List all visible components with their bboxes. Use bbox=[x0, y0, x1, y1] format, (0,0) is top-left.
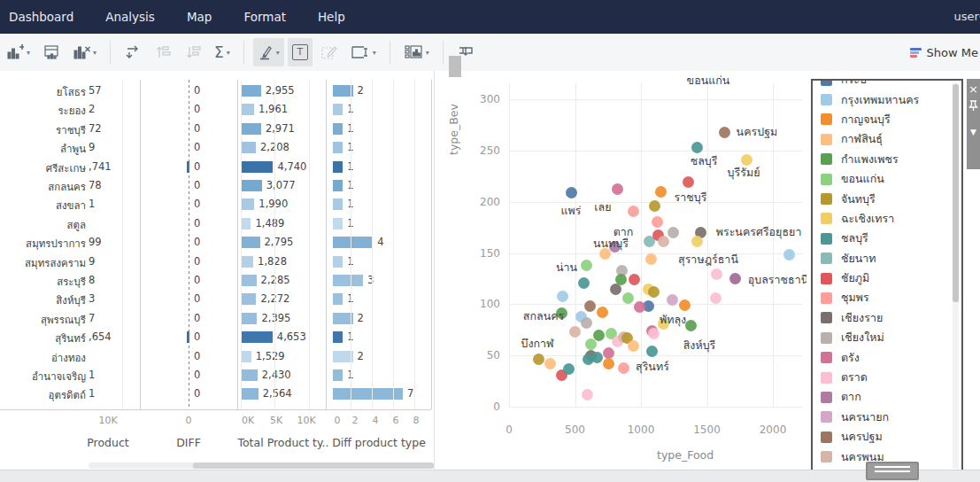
scatter-point[interactable] bbox=[649, 200, 660, 212]
legend-item[interactable]: ชัยภูมิ bbox=[813, 268, 961, 288]
scatter-point[interactable] bbox=[634, 301, 645, 313]
diff-type-bar[interactable] bbox=[333, 198, 343, 210]
table-row[interactable]: สิงห์บุรี302,2721 bbox=[0, 290, 434, 308]
scatter-point[interactable] bbox=[557, 291, 568, 302]
total-product-bar[interactable] bbox=[241, 85, 261, 97]
sort-descending-button[interactable] bbox=[180, 38, 206, 66]
total-product-bar[interactable] bbox=[241, 331, 273, 343]
scatter-point[interactable] bbox=[610, 284, 621, 295]
legend-item[interactable]: กาญจนบุรี bbox=[813, 110, 961, 129]
legend-item[interactable]: กำแพงเพชร bbox=[813, 150, 961, 169]
scatter-point[interactable] bbox=[612, 183, 623, 195]
new-worksheet-button[interactable]: ▾ bbox=[2, 38, 35, 66]
total-product-bar[interactable] bbox=[241, 198, 254, 210]
diff-type-bar[interactable] bbox=[333, 218, 343, 229]
table-row[interactable]: สงขลา101,9901 bbox=[0, 195, 434, 214]
diff-type-bar[interactable] bbox=[333, 237, 373, 248]
scatter-point[interactable] bbox=[683, 176, 694, 188]
menu-dashboard[interactable]: Dashboard bbox=[0, 0, 89, 34]
legend-item[interactable]: นครปฐม bbox=[813, 427, 961, 447]
legend-item[interactable]: ขอนแก่น bbox=[813, 169, 961, 189]
diff-type-bar[interactable] bbox=[333, 142, 343, 153]
menu-map[interactable]: Map bbox=[171, 0, 228, 34]
scatter-point[interactable] bbox=[729, 273, 741, 284]
scatter-point[interactable] bbox=[652, 216, 663, 228]
table-row[interactable]: อำนาจเจริญ102,4301 bbox=[0, 366, 434, 385]
scatter-point[interactable] bbox=[658, 236, 669, 247]
scatter-point[interactable] bbox=[783, 249, 795, 260]
scatter-point[interactable] bbox=[581, 260, 592, 271]
scatter-point[interactable] bbox=[597, 307, 608, 318]
legend-item[interactable]: กระบี่ bbox=[813, 79, 961, 89]
scatter-point[interactable] bbox=[685, 320, 697, 331]
total-product-bar[interactable] bbox=[241, 237, 260, 248]
legend-item[interactable]: กรุงเทพมหานคร bbox=[813, 89, 961, 109]
scatter-point[interactable] bbox=[679, 299, 691, 311]
scatter-point[interactable] bbox=[711, 268, 722, 280]
total-product-bar[interactable] bbox=[241, 369, 258, 381]
pin-icon[interactable] bbox=[968, 100, 978, 121]
scatter-point[interactable] bbox=[533, 354, 544, 365]
annotate-button[interactable] bbox=[316, 38, 343, 66]
menu-help[interactable]: Help bbox=[302, 0, 361, 34]
table-row[interactable]: สกลนคร7803,0771 bbox=[0, 176, 434, 195]
clear-sheet-button[interactable]: ▾ bbox=[68, 38, 101, 66]
scatter-point[interactable] bbox=[544, 358, 556, 369]
scatter-point[interactable] bbox=[667, 227, 679, 238]
scatter-point[interactable] bbox=[710, 292, 721, 304]
scrollbar-thumb[interactable] bbox=[953, 84, 959, 302]
table-row[interactable]: อุตรดิตถ์102,5647 bbox=[0, 385, 434, 403]
total-product-bar[interactable] bbox=[241, 388, 259, 400]
legend-item[interactable]: ชุมพร bbox=[813, 288, 961, 307]
scatter-point[interactable] bbox=[582, 389, 593, 400]
totals-button[interactable]: Σ ▾ bbox=[210, 38, 235, 66]
table-row[interactable]: ศรีสะเกษ,74104,7401 bbox=[0, 158, 434, 176]
scatter-point[interactable] bbox=[655, 186, 667, 198]
table-row[interactable]: ราชบุรี7202,9711 bbox=[0, 120, 434, 138]
total-product-bar[interactable] bbox=[241, 275, 257, 286]
total-product-bar[interactable] bbox=[241, 313, 257, 324]
scatter-point[interactable] bbox=[618, 362, 629, 374]
total-product-bar[interactable] bbox=[241, 104, 254, 115]
legend-item[interactable]: ตาก bbox=[813, 387, 961, 407]
legend-item[interactable]: นครนายก bbox=[813, 408, 961, 427]
table-horizontal-scrollbar[interactable] bbox=[89, 463, 434, 469]
legend-item[interactable]: เชียงใหม่ bbox=[813, 328, 961, 347]
total-product-bar[interactable] bbox=[241, 293, 256, 305]
scatter-point[interactable] bbox=[645, 253, 657, 265]
scatter-point[interactable] bbox=[691, 236, 703, 247]
table-row[interactable]: สุรินทร์,65404,6531 bbox=[0, 328, 434, 346]
total-product-bar[interactable] bbox=[241, 161, 273, 173]
scatter-point[interactable] bbox=[581, 317, 592, 329]
total-product-bar[interactable] bbox=[241, 256, 253, 268]
diff-type-bar[interactable] bbox=[333, 293, 343, 305]
scatter-point[interactable] bbox=[603, 358, 614, 369]
table-row[interactable]: สมุทรสงคราม901,8281 bbox=[0, 253, 434, 271]
scatter-point[interactable] bbox=[628, 206, 639, 217]
table-row[interactable]: ลำพูน902,2081 bbox=[0, 138, 434, 157]
legend-item[interactable]: กาฬสินธุ์ bbox=[813, 129, 961, 149]
menu-analysis[interactable]: Analysis bbox=[89, 0, 171, 34]
scatter-point[interactable] bbox=[646, 346, 658, 357]
highlight-button[interactable]: ▾ bbox=[253, 38, 284, 66]
scatter-point[interactable] bbox=[629, 274, 640, 285]
scrollbar-thumb[interactable] bbox=[193, 463, 434, 469]
show-me-button[interactable]: Show Me bbox=[905, 39, 980, 66]
scatter-point[interactable] bbox=[648, 328, 660, 339]
table-row[interactable]: ระยอง201,9611 bbox=[0, 100, 434, 119]
diff-type-bar[interactable] bbox=[333, 104, 343, 115]
total-product-bar[interactable] bbox=[241, 180, 262, 191]
diff-type-bar[interactable] bbox=[333, 331, 343, 343]
close-icon[interactable]: × bbox=[968, 79, 978, 100]
scatter-point[interactable] bbox=[583, 354, 594, 365]
scatter-point[interactable] bbox=[719, 127, 730, 138]
scatter-point[interactable] bbox=[584, 300, 596, 312]
diff-type-bar[interactable] bbox=[333, 275, 363, 286]
legend-scrollbar[interactable] bbox=[953, 82, 959, 469]
total-product-bar[interactable] bbox=[241, 351, 251, 362]
new-dashboard-button[interactable] bbox=[38, 38, 65, 66]
total-product-bar[interactable] bbox=[241, 142, 256, 153]
table-row[interactable]: สุพรรณบุรี702,3952 bbox=[0, 309, 434, 328]
diff-type-bar[interactable] bbox=[333, 256, 343, 268]
chevron-down-icon[interactable]: ▼ bbox=[970, 121, 976, 143]
